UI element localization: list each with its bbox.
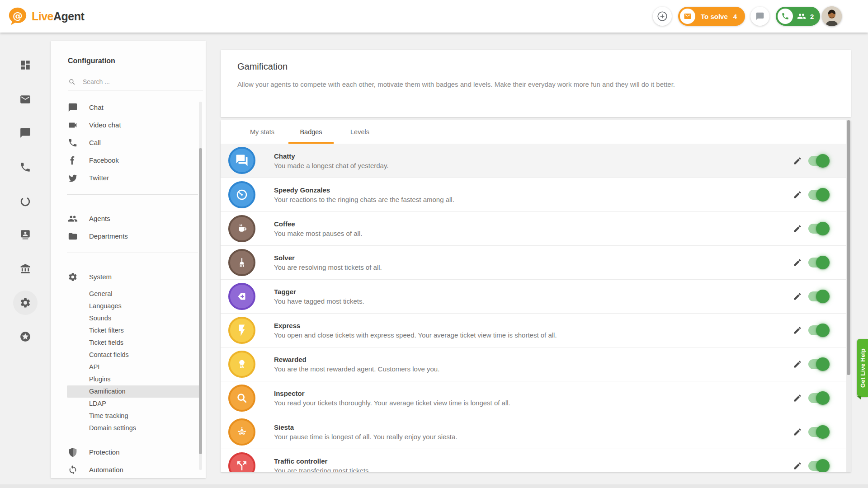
- badge-toggle-solver[interactable]: [808, 258, 828, 267]
- badge-solver-icon: [228, 249, 255, 276]
- edit-badge-button[interactable]: [793, 461, 802, 470]
- avatar[interactable]: [822, 6, 842, 26]
- badge-text: ExpressYou open and close tickets with e…: [274, 321, 557, 340]
- sidebar-subitem-gamification[interactable]: Gamification: [67, 385, 202, 398]
- sidebar-subitem-ticket-filters[interactable]: Ticket filters: [51, 324, 202, 337]
- envelope-icon: [684, 12, 692, 20]
- badge-toggle-coffee[interactable]: [808, 224, 828, 234]
- badge-name: Tagger: [274, 287, 364, 296]
- edit-badge-button[interactable]: [793, 224, 802, 233]
- badge-toggle-siesta[interactable]: [808, 427, 828, 437]
- rail-calls-button[interactable]: [13, 155, 38, 179]
- toggle-knob: [816, 188, 830, 202]
- sidebar-scrollbar[interactable]: [199, 102, 202, 470]
- sidebar-subitem-ldap[interactable]: LDAP: [51, 398, 202, 410]
- sidebar-item-agents[interactable]: Agents: [51, 210, 202, 227]
- contacts-icon: [19, 229, 31, 240]
- badge-toggle-tagger[interactable]: [808, 291, 828, 301]
- badge-actions: [793, 224, 828, 234]
- tab-badges[interactable]: Badges: [288, 120, 334, 144]
- badge-actions: [793, 461, 828, 471]
- rail-configuration-button[interactable]: [13, 291, 38, 315]
- rail-reports-button[interactable]: [13, 189, 38, 214]
- search-input[interactable]: [82, 78, 186, 86]
- rail-gamification-button[interactable]: [13, 324, 38, 349]
- calls-circle: [778, 9, 793, 24]
- badge-description: You make most pauses of all.: [274, 229, 362, 238]
- main-scrollbar-thumb[interactable]: [847, 120, 850, 375]
- edit-badge-button[interactable]: [793, 292, 802, 301]
- sidebar-subitem-api[interactable]: API: [51, 361, 202, 373]
- sidebar-item-twitter[interactable]: Twitter: [51, 169, 202, 187]
- edit-badge-button[interactable]: [793, 326, 802, 335]
- edit-badge-button[interactable]: [793, 190, 802, 199]
- badge-toggle-traffic-controller[interactable]: [808, 461, 828, 471]
- sidebar-spacer: [51, 434, 202, 443]
- edit-badge-button[interactable]: [793, 258, 802, 267]
- edit-badge-button[interactable]: [793, 427, 802, 436]
- badge-row-chatty: ChattyYou made a longest chat of yesterd…: [221, 144, 846, 178]
- badge-toggle-rewarded[interactable]: [808, 359, 828, 369]
- gamification-body-card: My statsBadgesLevels ChattyYou made a lo…: [221, 120, 851, 472]
- page-description: Allow your agents to compete with each o…: [237, 80, 675, 88]
- sidebar-subitem-time-tracking[interactable]: Time tracking: [51, 410, 202, 422]
- chat-icon: [68, 103, 78, 113]
- sidebar-item-label: Twitter: [89, 174, 109, 182]
- rail-chats-button[interactable]: [13, 121, 38, 145]
- badge-coffee-icon: [228, 215, 255, 242]
- liveagent-logo[interactable]: @ LiveAgent: [7, 6, 84, 27]
- rail-tickets-button[interactable]: [13, 87, 38, 112]
- people-icon: [68, 214, 78, 224]
- plus-circle-icon: [656, 10, 668, 22]
- rail-dashboard-button[interactable]: [13, 53, 38, 77]
- badge-description: Your reactions to the ringing chats are …: [274, 195, 454, 204]
- rail-customers-button[interactable]: [13, 222, 38, 247]
- badge-rewarded-icon: [228, 351, 255, 378]
- to-solve-button[interactable]: To solve 4: [678, 7, 745, 26]
- gear-icon: [19, 297, 31, 309]
- edit-badge-button[interactable]: [793, 156, 802, 165]
- sidebar-subitem-ticket-fields[interactable]: Ticket fields: [51, 337, 202, 349]
- sidebar-item-departments[interactable]: Departments: [51, 227, 202, 245]
- edit-badge-button[interactable]: [793, 394, 802, 403]
- badge-toggle-speedy-gonzales[interactable]: [808, 190, 828, 200]
- sidebar-title: Configuration: [68, 57, 115, 65]
- get-live-help-tab[interactable]: Get Live Help: [857, 339, 868, 397]
- badge-description: You are resolving most tickets of all.: [274, 263, 382, 272]
- sidebar-item-protection[interactable]: Protection: [51, 443, 202, 461]
- badge-actions: [793, 427, 828, 437]
- sidebar-item-automation[interactable]: Automation: [51, 461, 202, 478]
- main-scrollbar[interactable]: [846, 120, 851, 472]
- badge-toggle-chatty[interactable]: [808, 156, 828, 166]
- sidebar-subitem-general[interactable]: General: [51, 288, 202, 300]
- badge-toggle-express[interactable]: [808, 325, 828, 335]
- badge-description: You read your tickets thoroughly. Your a…: [274, 398, 510, 408]
- to-solve-count: 4: [733, 13, 737, 20]
- sidebar-subitem-sounds[interactable]: Sounds: [51, 312, 202, 324]
- sidebar-item-facebook[interactable]: Facebook: [51, 151, 202, 169]
- badge-toggle-inspector[interactable]: [808, 393, 828, 403]
- sidebar-subitem-plugins[interactable]: Plugins: [51, 373, 202, 385]
- sidebar-subitem-contact-fields[interactable]: Contact fields: [51, 349, 202, 361]
- sidebar-item-video-chat[interactable]: Video chat: [51, 116, 202, 134]
- badge-inspector-icon: [228, 385, 255, 412]
- tab-bar: My statsBadgesLevels: [240, 120, 382, 144]
- tab-levels[interactable]: Levels: [337, 120, 382, 144]
- edit-badge-button[interactable]: [793, 360, 802, 369]
- tab-my-stats[interactable]: My stats: [240, 120, 285, 144]
- messages-button[interactable]: [750, 7, 769, 26]
- rail-academy-button[interactable]: [13, 257, 38, 281]
- add-new-button[interactable]: [653, 7, 672, 26]
- sidebar-item-chat[interactable]: Chat: [51, 99, 202, 116]
- sidebar-subitem-languages[interactable]: Languages: [51, 300, 202, 312]
- sidebar-scrollbar-thumb[interactable]: [199, 148, 202, 454]
- sidebar-item-call[interactable]: Call: [51, 134, 202, 151]
- badge-name: Inspector: [274, 389, 510, 398]
- calls-button[interactable]: 2: [776, 7, 820, 26]
- sidebar-item-label: Facebook: [89, 156, 119, 164]
- sidebar-subitem-domain-settings[interactable]: Domain settings: [51, 422, 202, 434]
- badge-list: ChattyYou made a longest chat of yesterd…: [221, 144, 846, 472]
- sidebar-item-system[interactable]: System: [51, 268, 202, 286]
- badge-row-express: ExpressYou open and close tickets with e…: [221, 313, 846, 347]
- badge-text: Speedy GonzalesYour reactions to the rin…: [274, 186, 454, 204]
